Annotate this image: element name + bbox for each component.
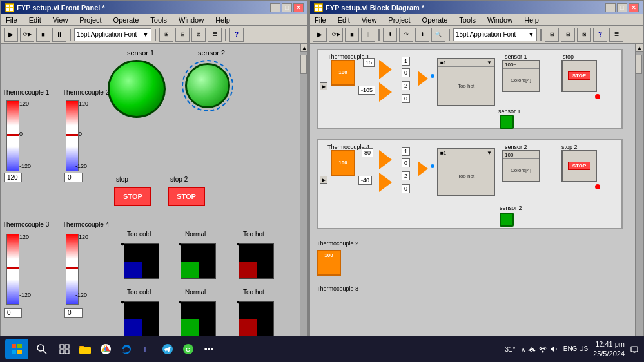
section-play-btn1[interactable]: ▶: [320, 82, 327, 90]
volume-icon: [549, 345, 558, 354]
right-wire-btn[interactable]: ⊠: [577, 28, 591, 42]
right-scroll-thumb[interactable]: [636, 55, 642, 74]
svg-rect-0: [6, 5, 9, 7]
resize-btn[interactable]: ⊠: [191, 28, 206, 42]
right-pause-btn[interactable]: ⏸: [361, 28, 375, 42]
right-sep1: [378, 29, 380, 41]
edge-icon[interactable]: [117, 340, 135, 358]
menu-tools[interactable]: Tools: [148, 15, 169, 24]
too-cold-label2: Too cold: [127, 289, 151, 296]
scroll-track[interactable]: [300, 52, 307, 353]
compare-block1b: [379, 82, 392, 102]
right-scroll-up[interactable]: ▲: [636, 44, 643, 52]
right-maximize-btn[interactable]: □: [617, 3, 627, 12]
align-btn[interactable]: ⊞: [159, 28, 173, 42]
abort-btn[interactable]: ■: [36, 28, 50, 42]
notification-icon[interactable]: [630, 345, 639, 354]
maximize-button[interactable]: □: [282, 3, 292, 12]
right-run-btn[interactable]: ▶: [313, 28, 327, 42]
right-close-btn[interactable]: ✕: [629, 3, 639, 12]
right-menubar: File Edit View Project Operate Tools Win…: [310, 14, 643, 26]
right-menu-help[interactable]: Help: [522, 15, 541, 24]
right-menu-window[interactable]: Window: [485, 15, 514, 24]
teams-icon[interactable]: T: [138, 340, 156, 358]
right-help2-btn[interactable]: ?: [593, 28, 607, 42]
right-align-btn[interactable]: ⊞: [545, 28, 559, 42]
right-menu-operate[interactable]: Operate: [420, 15, 450, 24]
right-extra-btn[interactable]: ☰: [609, 28, 623, 42]
tc1-gauge: [6, 100, 19, 171]
search-taskbar-icon[interactable]: [31, 340, 53, 358]
svg-rect-3: [10, 8, 13, 11]
close-button[interactable]: ✕: [293, 3, 304, 12]
stop-button[interactable]: STOP: [114, 187, 151, 206]
stop-bd-label: stop: [563, 53, 574, 60]
telegram-icon[interactable]: [159, 340, 177, 358]
svg-line-13: [43, 350, 46, 354]
sensor1-bd-block: 100~ Colors[4]: [502, 60, 540, 92]
right-menu-edit[interactable]: Edit: [336, 15, 352, 24]
right-abort-btn[interactable]: ■: [345, 28, 359, 42]
tray-up-arrow[interactable]: ∧: [521, 346, 525, 353]
right-step-out[interactable]: ⬆: [415, 28, 429, 42]
tc1-value: 120: [4, 173, 22, 182]
scroll-up-btn[interactable]: ▲: [300, 44, 307, 52]
front-panel-content: sensor 1 sensor 2 Thermocouple 1 120 0 -…: [1, 44, 307, 361]
run-cont-btn[interactable]: ⟳▶: [20, 28, 34, 42]
right-clean-btn[interactable]: ⊟: [561, 28, 575, 42]
right-menu-file[interactable]: File: [313, 15, 328, 24]
distribute-btn[interactable]: ⊟: [175, 28, 190, 42]
svg-rect-9: [17, 344, 22, 348]
menu-operate[interactable]: Operate: [112, 15, 141, 24]
stop-red-dot2: [595, 184, 600, 189]
font-selector[interactable]: 15pt Application Font ▼: [74, 28, 151, 41]
menu-project[interactable]: Project: [77, 15, 103, 24]
more-apps-btn[interactable]: •••: [200, 340, 218, 358]
section-play-btn2[interactable]: ▶: [320, 176, 327, 184]
colors-label2: Colors[4]: [503, 159, 539, 181]
file-explorer-icon[interactable]: [76, 340, 94, 358]
sensor1-indicator: [108, 60, 166, 118]
taskview-icon[interactable]: [55, 340, 73, 358]
bd-num2a: 2: [402, 81, 410, 90]
tc2-bd-label-bottom: Thermocouple 2: [317, 240, 358, 247]
menu-edit[interactable]: Edit: [27, 15, 43, 24]
bd-num2b: 2: [402, 171, 410, 180]
left-toolbar: ▶ ⟳▶ ■ ⏸ 15pt Application Font ▼ ⊞ ⊟ ⊠ ☰…: [1, 26, 307, 44]
right-step-into[interactable]: ⬇: [383, 28, 397, 42]
right-scrollbar[interactable]: ▲ ▼: [635, 44, 643, 353]
order-btn[interactable]: ☰: [208, 28, 222, 42]
right-probe-btn[interactable]: 🔍: [431, 28, 445, 42]
scroll-thumb[interactable]: [300, 55, 307, 74]
menu-window[interactable]: Window: [177, 15, 206, 24]
pause-btn[interactable]: ⏸: [52, 28, 66, 42]
taskbar: T G ••• 31° ∧ ENG US 12:41 pm 25/5/2024: [0, 336, 644, 362]
tc3-min: -120: [19, 292, 31, 298]
start-button[interactable]: [5, 339, 28, 359]
chrome-icon[interactable]: [97, 340, 115, 358]
normal-block1: [181, 243, 216, 279]
left-scrollbar[interactable]: ▲ ▼: [300, 44, 307, 361]
tc3-label: Thermocouple 3: [3, 221, 49, 228]
toolbar-sep3: [225, 29, 226, 41]
right-menu-project[interactable]: Project: [386, 15, 412, 24]
menu-view[interactable]: View: [51, 15, 70, 24]
too-hot-label1: Too hot: [243, 231, 264, 238]
menu-help[interactable]: Help: [213, 15, 232, 24]
right-step-over[interactable]: ↷: [399, 28, 413, 42]
app-icon-green[interactable]: G: [179, 340, 197, 358]
sensor2-bd-block: 100~ Colors[4]: [502, 150, 540, 182]
window-controls: ─ □ ✕: [270, 3, 304, 12]
run-arrow-btn[interactable]: ▶: [4, 28, 18, 42]
stop2-button[interactable]: STOP: [168, 187, 205, 206]
right-scroll-track[interactable]: [636, 52, 643, 345]
right-menu-tools[interactable]: Tools: [457, 15, 478, 24]
right-menu-view[interactable]: View: [360, 15, 379, 24]
compare-block1c: [418, 71, 428, 86]
right-minimize-btn[interactable]: ─: [605, 3, 616, 12]
right-run-cont-btn[interactable]: ⟳▶: [329, 28, 343, 42]
minimize-button[interactable]: ─: [270, 3, 280, 12]
right-font-selector[interactable]: 15pt Application Font ▼: [453, 28, 537, 41]
help-btn[interactable]: ?: [229, 28, 244, 42]
menu-file[interactable]: File: [4, 15, 19, 24]
